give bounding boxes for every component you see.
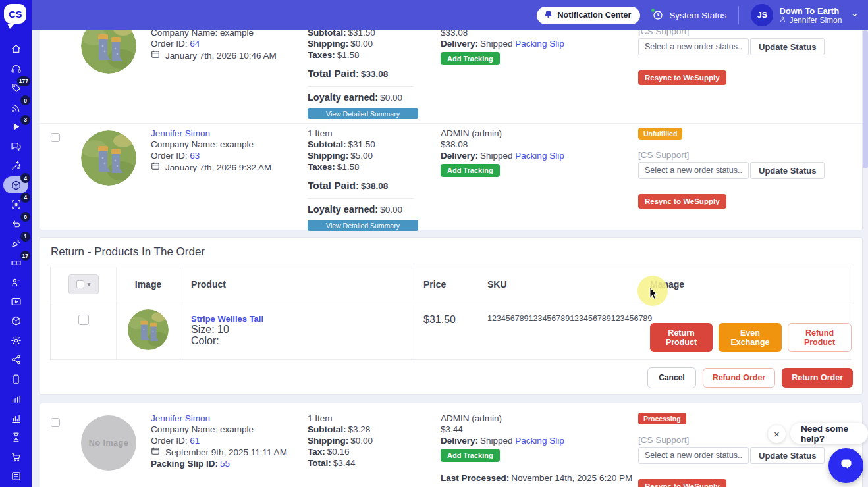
packing-slip-link[interactable]: Packing Slip	[515, 151, 564, 161]
product-photo-wellies	[81, 130, 136, 186]
view-detailed-summary-button[interactable]: View Detailed Summary	[308, 220, 418, 231]
column-header-price: Price	[414, 267, 475, 301]
bell-icon	[543, 9, 553, 21]
add-tracking-button[interactable]: Add Tracking	[441, 449, 500, 462]
sidebar-item-chat-bubbles[interactable]	[0, 137, 32, 157]
settings-gear-icon	[11, 335, 22, 346]
customer-name-link[interactable]: Jennifer Simon	[151, 413, 210, 423]
broadcast-icon	[11, 102, 22, 113]
product-sku: 123456789123456789123456789123456789	[487, 314, 652, 323]
badge-count: 17	[20, 251, 30, 261]
sidebar-item-share-nodes[interactable]	[0, 350, 32, 370]
avatar: JS	[751, 4, 773, 26]
select-all-checkbox[interactable]	[76, 280, 84, 288]
scrollbar-thumb[interactable]	[863, 30, 868, 168]
order-id-link[interactable]: 63	[190, 151, 200, 161]
update-status-button[interactable]: Update Status	[750, 447, 825, 464]
top-navbar: Notification Center System Status JS Dow…	[32, 0, 868, 30]
headset-icon	[11, 63, 22, 74]
sidebar-item-hourglass[interactable]	[0, 428, 32, 448]
add-tracking-button[interactable]: Add Tracking	[441, 164, 500, 177]
sidebar-item-return-arrow[interactable]: 0	[0, 215, 32, 234]
customer-name-link[interactable]: Jennifer Simon	[151, 128, 210, 138]
product-checkbox[interactable]	[78, 315, 89, 325]
order-id-link[interactable]: 61	[190, 436, 200, 446]
product-size: Size: 10	[191, 324, 229, 335]
product-name-link[interactable]: Stripe Wellies Tall	[191, 314, 263, 324]
update-status-button[interactable]: Update Status	[750, 38, 825, 55]
sidebar-item-headset[interactable]	[0, 59, 32, 79]
order-checkbox[interactable]	[51, 418, 60, 427]
last-processed-value: November 14th, 2025 6:20 PM	[511, 473, 632, 483]
resync-wesupply-button[interactable]: Resync to WeSupply	[638, 194, 726, 209]
sidebar-item-box[interactable]	[0, 311, 32, 331]
vertical-scrollbar[interactable]	[863, 30, 868, 487]
sidebar-item-party-popper[interactable]: 1	[0, 234, 32, 253]
sidebar-items: 17703440117	[0, 39, 32, 486]
order-status-select[interactable]: Select a new order status..	[638, 38, 749, 55]
packing-slip-link[interactable]: Packing Slip	[515, 436, 564, 446]
packing-slip-id-link[interactable]: 55	[220, 459, 230, 469]
column-header-image: Image	[117, 267, 180, 301]
chat-launcher-button[interactable]	[828, 448, 863, 483]
sidebar-item-analytics-chart[interactable]	[0, 409, 32, 428]
order-status-select[interactable]: Select a new order status..	[638, 447, 749, 464]
logo-bubble-tail	[7, 24, 14, 29]
badge-count: 4	[20, 173, 30, 183]
sidebar-item-form-list[interactable]	[0, 467, 32, 486]
badge-count: 0	[20, 95, 30, 105]
sidebar-item-ticket[interactable]: 17	[0, 253, 32, 273]
order-checkbox[interactable]	[51, 133, 60, 142]
order-amount: $33.08	[441, 30, 638, 38]
app-logo[interactable]: CS	[4, 4, 28, 28]
total-paid-value: $38.08	[361, 181, 388, 191]
sidebar-item-contacts[interactable]	[0, 272, 32, 292]
return-footer-actions: Cancel Refund Order Return Order	[40, 360, 862, 396]
refund-order-button[interactable]: Refund Order	[703, 368, 776, 388]
sidebar-item-magic-wand[interactable]	[0, 156, 32, 176]
badge-count: 4	[20, 193, 30, 203]
return-product-button[interactable]: Return Product	[650, 323, 713, 352]
tax-value: $0.16	[327, 447, 350, 457]
notification-center-button[interactable]: Notification Center	[537, 7, 641, 24]
cancel-button[interactable]: Cancel	[647, 367, 695, 388]
sidebar-item-settings-gear[interactable]	[0, 331, 32, 351]
order-status-select[interactable]: Select a new order status..	[638, 162, 749, 179]
resync-wesupply-button[interactable]: Resync to WeSupply	[638, 479, 726, 487]
chat-help-bubble[interactable]: Need some help?	[790, 423, 868, 444]
sidebar-item-bar-chart[interactable]	[0, 389, 32, 409]
add-tracking-button[interactable]: Add Tracking	[441, 52, 500, 65]
subtotal-value: $3.28	[348, 424, 371, 434]
sidebar-item-tag[interactable]: 177	[0, 78, 32, 98]
sidebar-item-package[interactable]: 4	[0, 176, 32, 195]
sidebar-item-video-player[interactable]	[0, 292, 32, 312]
update-status-button[interactable]: Update Status	[750, 162, 825, 179]
system-status-button[interactable]: System Status	[652, 9, 726, 21]
order-date: January 7th, 2026 10:46 AM	[165, 50, 277, 61]
chevron-down-icon[interactable]: ⌄	[850, 7, 859, 19]
mobile-phone-icon	[11, 374, 22, 385]
select-all-dropdown-button[interactable]: ▾	[68, 274, 99, 294]
items-count: 1 Item	[308, 413, 441, 424]
even-exchange-button[interactable]: Even Exchange	[719, 323, 782, 352]
resync-wesupply-button[interactable]: Resync to WeSupply	[638, 70, 726, 85]
refund-product-button[interactable]: Refund Product	[788, 323, 852, 352]
sidebar-item-mobile-phone[interactable]	[0, 370, 32, 390]
order-id-label: Order ID:	[151, 151, 188, 161]
sidebar-item-play[interactable]: 3	[0, 117, 32, 137]
sidebar-item-home[interactable]	[0, 39, 32, 59]
return-products-table: ▾ Image Product Price SKU Manage Stripe …	[50, 267, 852, 360]
packing-slip-link[interactable]: Packing Slip	[515, 39, 564, 49]
sidebar-item-broadcast[interactable]: 0	[0, 98, 32, 118]
sidebar-item-shopping-cart[interactable]	[0, 448, 32, 467]
calendar-icon	[151, 446, 160, 458]
box-icon	[11, 315, 22, 326]
table-header-row: ▾ Image Product Price SKU Manage	[51, 267, 852, 301]
order-id-link[interactable]: 64	[190, 39, 200, 49]
return-order-button[interactable]: Return Order	[782, 368, 853, 388]
user-menu[interactable]: JS Down To Earth Jennifer Simon ⌄	[751, 4, 859, 26]
chat-close-button[interactable]: ×	[768, 425, 786, 443]
sidebar-item-barcode-scan[interactable]: 4	[0, 195, 32, 215]
view-detailed-summary-button[interactable]: View Detailed Summary	[308, 108, 418, 119]
magic-wand-icon	[11, 160, 22, 171]
